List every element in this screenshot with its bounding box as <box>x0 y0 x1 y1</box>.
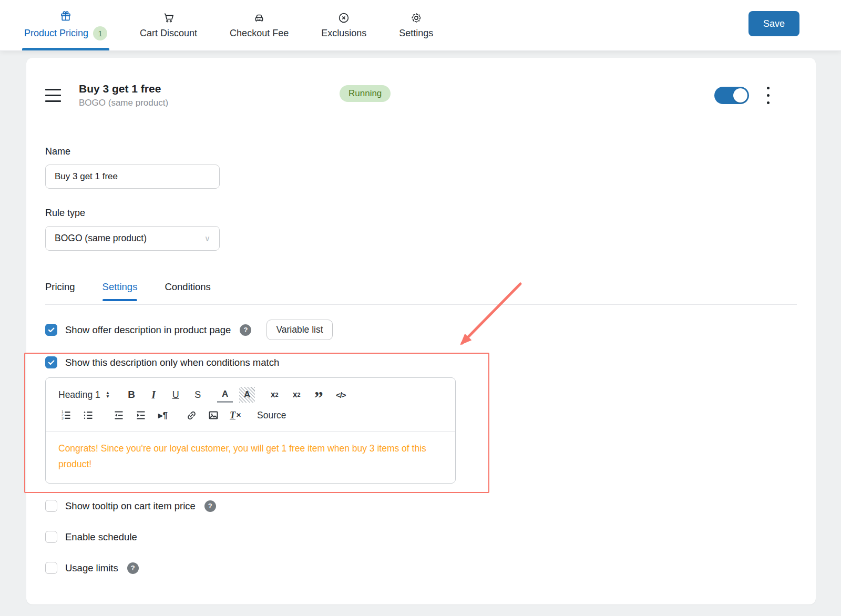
blockquote-button[interactable]: ” <box>311 387 326 403</box>
option-label: Show tooltip on cart item price <box>65 500 196 512</box>
editor-content-area[interactable]: Congrats! Since you're our loyal custome… <box>46 432 455 483</box>
remove-format-icon[interactable]: T✕ <box>228 407 243 423</box>
variable-list-button[interactable]: Variable list <box>266 320 332 340</box>
top-navigation-bar: Product Pricing 1 Cart Discount <box>0 0 841 50</box>
rule-card: Buy 3 get 1 free BOGO (same product) Run… <box>26 58 816 604</box>
tab-label: Settings <box>399 28 433 39</box>
italic-button[interactable]: I <box>146 387 161 403</box>
name-label: Name <box>45 146 797 157</box>
subscript-button[interactable]: x2 <box>266 387 282 403</box>
help-icon[interactable]: ? <box>127 562 139 574</box>
indent-icon[interactable] <box>133 407 149 423</box>
rule-name-input[interactable] <box>45 165 220 189</box>
rule-title: Buy 3 get 1 free <box>79 83 168 95</box>
tab-product-pricing[interactable]: Product Pricing 1 <box>24 0 107 50</box>
tab-label: Cart Discount <box>140 28 197 39</box>
heading-dropdown[interactable]: Heading 1 ▲▼ <box>58 389 110 401</box>
superscript-button[interactable]: x2 <box>289 387 304 403</box>
subtab-settings[interactable]: Settings <box>102 281 138 304</box>
option-label: Enable schedule <box>65 531 137 543</box>
option-label: Show offer description in product page <box>65 324 231 336</box>
outdent-icon[interactable] <box>111 407 127 423</box>
strikethrough-button[interactable]: S <box>190 387 206 403</box>
tab-exclusions[interactable]: Exclusions <box>321 0 366 50</box>
usage-limits-checkbox[interactable] <box>45 562 57 574</box>
ordered-list-icon[interactable]: 1 2 3 <box>58 407 74 423</box>
offer-description-text: Congrats! Since you're our loyal custome… <box>58 440 432 472</box>
help-icon[interactable]: ? <box>240 324 251 336</box>
divider <box>45 304 797 305</box>
heading-dropdown-value: Heading 1 <box>58 389 100 401</box>
font-color-button[interactable]: A <box>217 387 233 403</box>
highlight-button[interactable]: A <box>239 387 255 403</box>
save-button[interactable]: Save <box>748 11 799 36</box>
help-icon[interactable]: ? <box>204 500 216 512</box>
option-show-tooltip: Show tooltip on cart item price ? <box>45 500 797 512</box>
show-tooltip-checkbox[interactable] <box>45 500 57 512</box>
show-offer-description-checkbox[interactable] <box>45 324 57 336</box>
code-button[interactable]: </> <box>333 387 348 403</box>
link-icon[interactable] <box>183 407 199 423</box>
status-badge: Running <box>340 85 391 102</box>
gift-icon <box>59 10 72 23</box>
cart-icon <box>162 12 175 24</box>
rule-subtitle: BOGO (same product) <box>79 98 168 108</box>
tab-label: Product Pricing <box>24 28 88 39</box>
option-show-offer-description: Show offer description in product page ?… <box>45 320 797 340</box>
bullet-list-icon[interactable] <box>80 407 96 423</box>
rule-type-value: BOGO (same product) <box>55 233 147 244</box>
rule-title-block: Buy 3 get 1 free BOGO (same product) <box>79 83 168 108</box>
rule-subtabs: Pricing Settings Conditions <box>45 281 797 304</box>
rule-card-header: Buy 3 get 1 free BOGO (same product) Run… <box>45 79 797 111</box>
car-icon <box>253 12 265 24</box>
source-button[interactable]: Source <box>257 410 286 421</box>
tab-checkout-fee[interactable]: Checkout Fee <box>230 0 289 50</box>
option-enable-schedule: Enable schedule <box>45 531 797 543</box>
bold-button[interactable]: B <box>124 387 139 403</box>
enable-schedule-checkbox[interactable] <box>45 531 57 543</box>
svg-text:3: 3 <box>61 416 64 420</box>
rule-type-label: Rule type <box>45 208 797 219</box>
rule-count-badge: 1 <box>93 26 107 40</box>
image-icon[interactable] <box>206 407 221 423</box>
chevron-down-icon: ∨ <box>204 234 210 243</box>
circle-x-icon <box>337 12 350 24</box>
rule-type-select[interactable]: BOGO (same product) ∨ <box>45 226 220 251</box>
tab-settings[interactable]: Settings <box>399 0 433 50</box>
updown-arrows-icon: ▲▼ <box>106 391 110 398</box>
drag-handle-icon[interactable] <box>45 89 61 102</box>
option-label: Usage limits <box>65 562 118 574</box>
gear-icon <box>410 12 423 24</box>
paragraph-direction-icon[interactable]: ▸¶ <box>155 407 171 423</box>
editor-toolbar: Heading 1 ▲▼ B I U S A A x2 x2 ” </> <box>46 378 455 432</box>
tab-cart-discount[interactable]: Cart Discount <box>140 0 197 50</box>
underline-button[interactable]: U <box>168 387 183 403</box>
more-options-icon[interactable] <box>765 85 772 106</box>
main-nav: Product Pricing 1 Cart Discount <box>0 0 433 50</box>
option-label: Show this description only when conditio… <box>65 357 279 368</box>
show-description-conditions-checkbox[interactable] <box>45 356 57 368</box>
option-show-description-conditions: Show this description only when conditio… <box>45 356 797 368</box>
subtab-conditions[interactable]: Conditions <box>165 281 210 304</box>
tab-label: Exclusions <box>321 28 366 39</box>
description-editor: Heading 1 ▲▼ B I U S A A x2 x2 ” </> <box>45 377 456 484</box>
option-usage-limits: Usage limits ? <box>45 562 797 574</box>
tab-label: Checkout Fee <box>230 28 289 39</box>
subtab-pricing[interactable]: Pricing <box>45 281 75 304</box>
rule-enabled-toggle[interactable] <box>714 87 749 104</box>
